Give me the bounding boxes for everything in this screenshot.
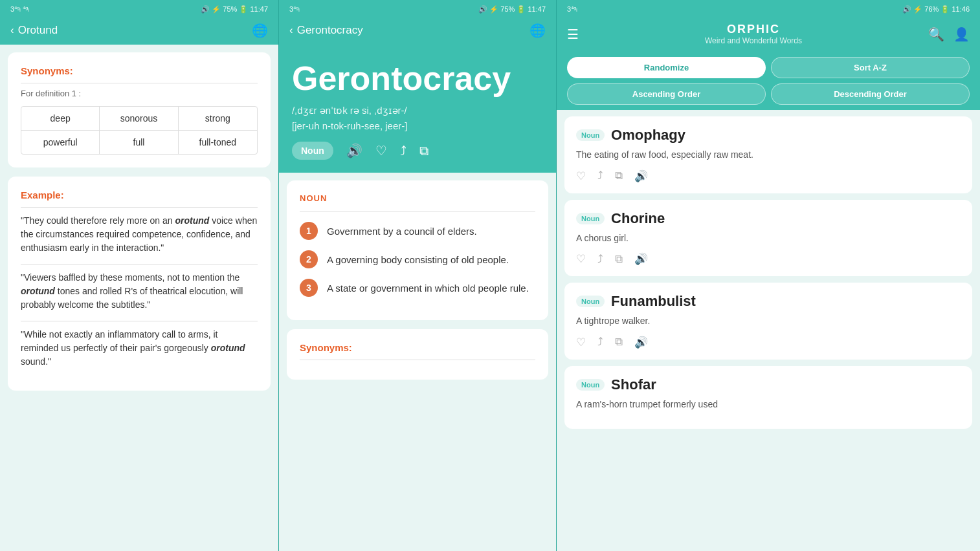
panel2-word-title: Gerontocracy	[292, 60, 543, 97]
word-desc-funambulist: A tightrope walker.	[576, 315, 961, 328]
panel2-back-label[interactable]: Gerontocracy	[297, 24, 363, 37]
descending-order-button[interactable]: Descending Order	[771, 83, 970, 105]
synonyms-card: Synonyms: For definition 1 : deep sonoro…	[8, 52, 271, 167]
def-number-1: 1	[300, 222, 318, 240]
share-icon-1[interactable]: ⤴	[597, 169, 603, 182]
word-card-funambulist[interactable]: Noun Funambulist A tightrope walker. ♡ ⤴…	[564, 283, 972, 360]
speaker-icon-3[interactable]: 🔊	[634, 336, 648, 349]
word-title-omophagy: Omophagy	[611, 127, 685, 144]
app-title: ORPHIC	[579, 23, 928, 36]
panel3-word-list: Noun Omophagy The eating of raw food, es…	[557, 110, 980, 551]
word-card-shofar[interactable]: Noun Shofar A ram's-horn trumpet formerl…	[564, 366, 972, 429]
heart-icon-1[interactable]: ♡	[576, 169, 586, 183]
word-card-header-2: Noun Chorine	[576, 210, 961, 227]
share-icon-3[interactable]: ⤴	[597, 336, 603, 349]
word-title-funambulist: Funambulist	[611, 293, 696, 310]
word-card-omophagy[interactable]: Noun Omophagy The eating of raw food, es…	[564, 116, 972, 193]
panel2-back[interactable]: ‹ Gerontocracy	[289, 24, 363, 37]
example-card: Example: "They could therefore rely more…	[8, 177, 271, 391]
def-number-3: 3	[300, 279, 318, 297]
definition-item-2: 2 A governing body consisting of old peo…	[300, 250, 535, 268]
synonyms-subtitle: For definition 1 :	[21, 89, 258, 98]
heart-icon[interactable]: ♡	[375, 143, 387, 158]
share-icon[interactable]: ⤴	[400, 144, 406, 158]
word-desc-shofar: A ram's-horn trumpet formerly used	[576, 398, 961, 411]
definition-item-3: 3 A state or government in which old peo…	[300, 279, 535, 297]
panel2-word-section: Gerontocracy /ˌdʒɛr ənˈtɒk rə si, ˌdʒɪər…	[279, 45, 556, 173]
panel1-status-right: 🔊 ⚡ 75% 🔋 11:47	[201, 5, 268, 14]
copy-icon[interactable]: ⧉	[419, 144, 429, 158]
synonym-full[interactable]: full	[100, 131, 178, 154]
def-text-3: A state or government in which old peopl…	[327, 279, 529, 295]
panel2-actions: Noun 🔊 ♡ ⤴ ⧉	[292, 142, 543, 160]
panel2-phonetic: [jer-uh n-tok-ruh-see, jeer-]	[292, 120, 543, 131]
speaker-icon[interactable]: 🔊	[346, 143, 362, 158]
panel3-status-right: 🔊 ⚡ 76% 🔋 11:46	[902, 5, 970, 14]
word-desc-chorine: A chorus girl.	[576, 232, 961, 245]
heart-icon-3[interactable]: ♡	[576, 336, 586, 349]
synonyms-card-2: Synonyms:	[287, 329, 548, 380]
copy-icon-1[interactable]: ⧉	[615, 169, 623, 182]
noun-label: NOUN	[300, 193, 535, 203]
synonym-deep[interactable]: deep	[21, 107, 100, 131]
panel2-status-left: 3⁴ᵍₗ	[289, 5, 300, 14]
word-card-header-1: Noun Omophagy	[576, 127, 961, 144]
word-card-header-3: Noun Funambulist	[576, 293, 961, 310]
panel-orotund: 3⁴ᵍₗ ⁴ᵍₗ 🔊 ⚡ 75% 🔋 11:47 ‹ Orotund 🌐 Syn…	[0, 0, 278, 551]
panel1-content: Synonyms: For definition 1 : deep sonoro…	[0, 45, 278, 551]
word-title-chorine: Chorine	[611, 210, 665, 227]
speaker-icon-1[interactable]: 🔊	[634, 169, 648, 183]
search-icon[interactable]: 🔍	[928, 27, 944, 42]
synonym-full-toned[interactable]: full-toned	[179, 131, 257, 154]
synonym-strong[interactable]: strong	[179, 107, 257, 131]
word-title-shofar: Shofar	[611, 376, 656, 393]
back-chevron-icon: ‹	[10, 24, 14, 37]
word-card-chorine[interactable]: Noun Chorine A chorus girl. ♡ ⤴ ⧉ 🔊	[564, 200, 972, 277]
ascending-order-button[interactable]: Ascending Order	[567, 83, 766, 105]
synonym-grid: deep sonorous strong powerful full full-…	[21, 106, 258, 155]
copy-icon-3[interactable]: ⧉	[615, 336, 623, 349]
def-text-2: A governing body consisting of old peopl…	[327, 250, 509, 266]
panel2-header: ‹ Gerontocracy 🌐	[279, 16, 556, 45]
word-card-actions-3: ♡ ⤴ ⧉ 🔊	[576, 336, 961, 349]
panel3-status-left: 3⁴ᵍₗ	[567, 5, 577, 14]
panel3-header: ☰ ORPHIC Weird and Wonderful Words 🔍 👤	[557, 16, 980, 52]
speaker-icon-2[interactable]: 🔊	[634, 252, 648, 266]
panel2-pronunciation: /ˌdʒɛr ənˈtɒk rə si, ˌdʒɪər-/	[292, 105, 543, 116]
heart-icon-2[interactable]: ♡	[576, 252, 586, 266]
example-1: "They could therefore rely more on an or…	[21, 214, 258, 255]
globe-icon-2[interactable]: 🌐	[529, 23, 546, 38]
share-icon-2[interactable]: ⤴	[597, 253, 603, 266]
panel1-back-label[interactable]: Orotund	[18, 24, 58, 37]
noun-badge: Noun	[292, 142, 333, 160]
synonym-sonorous[interactable]: sonorous	[100, 107, 178, 131]
menu-icon[interactable]: ☰	[567, 27, 579, 42]
panel3-filter-buttons: Randomize Sort A-Z Ascending Order Desce…	[557, 52, 980, 110]
panel-orphic: 3⁴ᵍₗ 🔊 ⚡ 76% 🔋 11:46 ☰ ORPHIC Weird and …	[557, 0, 980, 551]
example-3: "While not exactly an inflammatory call …	[21, 328, 258, 369]
definition-card: NOUN 1 Government by a council of elders…	[287, 180, 548, 320]
def-number-2: 2	[300, 250, 318, 268]
user-icon[interactable]: 👤	[953, 27, 970, 42]
panel3-title-block: ORPHIC Weird and Wonderful Words	[579, 23, 928, 45]
app-subtitle: Weird and Wonderful Words	[579, 36, 928, 45]
back-chevron-icon-2: ‹	[289, 24, 293, 37]
panel1-back[interactable]: ‹ Orotund	[10, 24, 58, 37]
panel2-statusbar: 3⁴ᵍₗ 🔊 ⚡ 75% 🔋 11:47	[279, 0, 556, 16]
copy-icon-2[interactable]: ⧉	[615, 253, 623, 266]
panel1-status-left: 3⁴ᵍₗ ⁴ᵍₗ	[10, 5, 29, 14]
word-desc-omophagy: The eating of raw food, especially raw m…	[576, 149, 961, 162]
globe-icon[interactable]: 🌐	[252, 23, 268, 38]
example-2: "Viewers baffled by these moments, not t…	[21, 271, 258, 312]
noun-tag-3: Noun	[576, 296, 605, 307]
noun-tag-1: Noun	[576, 129, 605, 141]
panel1-header: ‹ Orotund 🌐	[0, 16, 278, 45]
panel3-statusbar: 3⁴ᵍₗ 🔊 ⚡ 76% 🔋 11:46	[557, 0, 980, 16]
def-text-1: Government by a council of elders.	[327, 222, 477, 238]
noun-tag-2: Noun	[576, 213, 605, 224]
definition-item-1: 1 Government by a council of elders.	[300, 222, 535, 240]
synonym-powerful[interactable]: powerful	[21, 131, 100, 154]
randomize-button[interactable]: Randomize	[567, 57, 766, 78]
sort-az-button[interactable]: Sort A-Z	[771, 57, 970, 78]
panel1-statusbar: 3⁴ᵍₗ ⁴ᵍₗ 🔊 ⚡ 75% 🔋 11:47	[0, 0, 278, 16]
